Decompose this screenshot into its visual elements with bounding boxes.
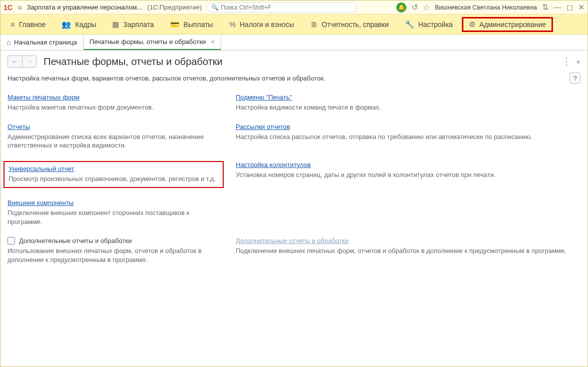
history-icon[interactable]: ↺ xyxy=(411,2,418,12)
menu-vyplaty[interactable]: 💳Выплаты xyxy=(163,17,220,32)
menu-kadry[interactable]: 👥Кадры xyxy=(55,17,103,32)
nav-forward-button[interactable]: → xyxy=(22,56,36,67)
link-additional-reports[interactable]: Дополнительные отчеты и обработки xyxy=(236,237,348,244)
page-title: Печатные формы, отчеты и обработки xyxy=(44,56,555,68)
block-makety: Макеты печатных форм Настройка макетов п… xyxy=(8,94,223,112)
menu-nalogi-label: Налоги и взносы xyxy=(240,20,294,28)
titlebar: 1C ≡ Зарплата и управление персоналом...… xyxy=(1,0,587,14)
tab-bar: ⌂ Начальная страница Печатные формы, отч… xyxy=(1,34,587,50)
page-description-row: Настройка печатных форм, вариантов отчет… xyxy=(1,70,587,88)
link-otchety[interactable]: Отчеты xyxy=(8,123,30,130)
page-description: Настройка печатных форм, вариантов отчет… xyxy=(8,74,325,82)
favorites-icon[interactable]: ☆ xyxy=(423,2,430,12)
panel-settings-icon[interactable]: ⇅ xyxy=(542,2,548,12)
tab-print-forms[interactable]: Печатные формы, отчеты и обработки × xyxy=(84,34,221,50)
menu-admin-label: Администрирование xyxy=(479,20,546,28)
menu-otchetnost[interactable]: 🗎Отчетность, справки xyxy=(303,17,396,32)
maximize-icon[interactable]: ◻ xyxy=(566,2,573,12)
hamburger-icon[interactable]: ≡ xyxy=(18,3,22,12)
desc-otchety: Администрирование списка всех вариантов … xyxy=(8,132,223,150)
menu-main-icon: ≡ xyxy=(11,20,15,28)
desc-podmenu-pechat: Настройка видимости команд печати в форм… xyxy=(236,103,580,112)
menu-zarplata[interactable]: ▦Зарплата xyxy=(105,17,161,32)
menu-nalogi[interactable]: %Налоги и взносы xyxy=(222,17,301,32)
checkbox-additional-reports-label: Дополнительные отчеты и обработки xyxy=(19,237,132,244)
desc-universal-report: Просмотр произвольных справочников, доку… xyxy=(9,174,219,184)
menu-main[interactable]: ≡Главное xyxy=(4,17,53,32)
menu-vyplaty-icon: 💳 xyxy=(170,20,180,29)
home-icon: ⌂ xyxy=(7,38,11,46)
link-makety[interactable]: Макеты печатных форм xyxy=(8,94,80,101)
search-box[interactable]: 🔍 xyxy=(207,2,357,12)
checkbox-additional-reports[interactable] xyxy=(8,237,15,244)
tab-home[interactable]: ⌂ Начальная страница xyxy=(1,34,84,50)
notifications-icon[interactable]: 🔔 xyxy=(396,2,406,12)
menu-admin[interactable]: ⚙Администрирование xyxy=(462,17,553,32)
menu-nastroyka-label: Настройка xyxy=(418,20,453,28)
block-podmenu-pechat: Подменю "Печать" Настройка видимости ком… xyxy=(236,94,580,112)
menu-vyplaty-label: Выплаты xyxy=(184,20,213,28)
help-button[interactable]: ? xyxy=(569,72,580,84)
link-kolontituly[interactable]: Настройка колонтитулов xyxy=(236,161,311,168)
menu-nalogi-icon: % xyxy=(229,20,236,28)
search-input[interactable] xyxy=(221,4,352,11)
block-otchety: Отчеты Администрирование списка всех вар… xyxy=(8,123,223,150)
menu-otchetnost-label: Отчетность, справки xyxy=(322,20,389,28)
block-rassylki: Рассылки отчетов Настройка списка рассыл… xyxy=(236,123,580,150)
menu-otchetnost-icon: 🗎 xyxy=(310,20,318,28)
menu-kadry-icon: 👥 xyxy=(62,20,71,29)
desc-additional-reports-link: Подключение внешних печатных форм, отчет… xyxy=(236,246,580,256)
app-subtitle: (1С:Предприятие) xyxy=(147,4,202,11)
app-title: Зарплата и управление персоналом... xyxy=(27,4,143,11)
nav-buttons: ← → xyxy=(8,56,37,68)
tab-close-icon[interactable]: × xyxy=(211,38,215,46)
menu-admin-icon: ⚙ xyxy=(469,20,475,29)
page-menu-icon[interactable]: ⋮ xyxy=(562,56,571,67)
minimize-icon[interactable]: — xyxy=(553,3,561,12)
desc-external-components: Подключение внешних компонент сторонних … xyxy=(8,208,223,226)
logo-1c: 1C xyxy=(4,4,13,12)
main-menu: ≡Главное 👥Кадры ▦Зарплата 💳Выплаты %Нало… xyxy=(1,14,587,34)
menu-nastroyka-icon: 🔧 xyxy=(405,20,414,29)
menu-main-label: Главное xyxy=(19,20,46,28)
page-close-icon[interactable]: × xyxy=(576,58,580,66)
tab-home-label: Начальная страница xyxy=(14,38,77,46)
nav-back-button[interactable]: ← xyxy=(8,56,22,67)
desc-kolontituly: Установка номеров страниц, даты и других… xyxy=(236,170,580,180)
page-header: ← → Печатные формы, отчеты и обработки ⋮… xyxy=(1,50,587,70)
block-empty xyxy=(236,199,580,226)
tab-print-forms-label: Печатные формы, отчеты и обработки xyxy=(90,38,206,46)
block-external-components: Внешние компоненты Подключение внешних к… xyxy=(8,199,223,226)
link-rassylki[interactable]: Рассылки отчетов xyxy=(236,123,290,130)
menu-nastroyka[interactable]: 🔧Настройка xyxy=(398,17,460,32)
block-additional-reports-toggle: Дополнительные отчеты и обработки Исполь… xyxy=(8,237,223,264)
search-icon: 🔍 xyxy=(211,4,219,11)
menu-zarplata-label: Зарплата xyxy=(123,20,154,28)
close-window-icon[interactable]: ✕ xyxy=(578,2,584,12)
link-universal-report[interactable]: Универсальный отчет xyxy=(9,165,74,172)
desc-rassylki: Настройка списка рассылок отчетов, отпра… xyxy=(236,132,580,142)
block-universal-report: Универсальный отчет Просмотр произвольны… xyxy=(4,161,224,188)
desc-makety: Настройка макетов печатных форм документ… xyxy=(8,103,223,112)
link-external-components[interactable]: Внешние компоненты xyxy=(8,199,74,206)
user-name[interactable]: Вишневская Светлана Николаевна xyxy=(435,4,537,11)
content-grid: Макеты печатных форм Настройка макетов п… xyxy=(1,88,587,269)
block-kolontituly: Настройка колонтитулов Установка номеров… xyxy=(236,161,580,188)
desc-additional-reports-toggle: Использование внешних печатных форм, отч… xyxy=(8,246,223,264)
link-podmenu-pechat[interactable]: Подменю "Печать" xyxy=(236,94,292,101)
block-additional-reports-link: Дополнительные отчеты и обработки Подклю… xyxy=(236,237,580,264)
menu-kadry-label: Кадры xyxy=(75,20,96,28)
menu-zarplata-icon: ▦ xyxy=(112,20,119,29)
